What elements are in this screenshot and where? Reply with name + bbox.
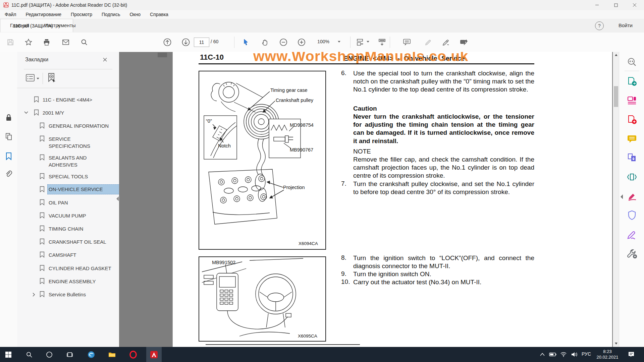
left-nav-strip xyxy=(0,52,17,347)
highlight-icon[interactable] xyxy=(423,37,433,47)
stamp-icon[interactable] xyxy=(459,37,469,47)
hand-tool-icon[interactable] xyxy=(260,37,270,47)
menu-file[interactable]: Файл xyxy=(0,10,21,19)
zoom-level[interactable]: 100% xyxy=(314,39,333,44)
label-notch: Notch xyxy=(218,143,231,148)
cortana-icon[interactable] xyxy=(42,347,57,362)
protect-icon[interactable] xyxy=(627,210,637,221)
panel-expand-icon[interactable] xyxy=(620,194,623,199)
taskbar: РУС 8:23 20.02.2021 xyxy=(0,347,644,362)
expand-chevron-icon[interactable] xyxy=(32,293,35,297)
select-tool-icon[interactable] xyxy=(241,37,251,47)
vertical-scrollbar[interactable] xyxy=(613,52,619,347)
comment-tool-icon[interactable] xyxy=(627,133,637,144)
minimize-button[interactable] xyxy=(588,0,606,10)
scroll-up-icon[interactable] xyxy=(614,54,618,56)
fill-sign-icon[interactable] xyxy=(441,37,451,47)
fill-sign-tool-icon[interactable] xyxy=(627,229,637,240)
battery-icon[interactable] xyxy=(547,347,558,362)
item-number: 6. xyxy=(341,69,346,77)
taskbar-search-icon[interactable] xyxy=(21,347,37,362)
menu-window[interactable]: Окно xyxy=(125,10,145,19)
attachments-icon[interactable] xyxy=(4,170,13,179)
document-canvas: 11C-10 ENGINE <4M4> - On-vehicle Service… xyxy=(119,52,613,347)
tray-expand-icon[interactable] xyxy=(537,347,548,362)
create-pdf-icon[interactable] xyxy=(627,114,637,125)
acrobat-app-icon xyxy=(3,2,9,8)
sign-in-button[interactable]: Войти xyxy=(614,19,637,32)
volume-icon[interactable] xyxy=(569,347,580,362)
edge-icon[interactable] xyxy=(84,347,99,362)
watermark: www.WorkshopManuals.co.uk xyxy=(253,52,468,64)
save-icon[interactable] xyxy=(5,37,15,47)
lock-icon[interactable] xyxy=(4,113,13,122)
sidebar-collapse-icon[interactable] xyxy=(116,196,119,201)
menu-edit[interactable]: Редактирование xyxy=(21,10,66,19)
figure-mut2: MB991502 X6095CA xyxy=(199,256,326,342)
email-icon[interactable] xyxy=(61,37,71,47)
close-button[interactable] xyxy=(625,0,644,10)
tab-home[interactable]: Главная xyxy=(5,19,35,32)
edit-pdf-icon[interactable] xyxy=(627,95,637,106)
menu-bar: Файл Редактирование Просмотр Подпись Окн… xyxy=(0,10,644,19)
menu-view[interactable]: Просмотр xyxy=(66,10,97,19)
pdf-page: 11C-10 ENGINE <4M4> - On-vehicle Service… xyxy=(172,52,612,347)
clock[interactable]: 8:23 20.02.2021 xyxy=(594,349,621,360)
scroll-down-icon[interactable] xyxy=(614,342,618,345)
redact-icon[interactable] xyxy=(627,191,637,201)
more-tools-icon[interactable] xyxy=(627,248,637,259)
file-explorer-icon[interactable] xyxy=(104,347,120,362)
marquee-zoom-icon[interactable] xyxy=(627,57,637,67)
menu-help[interactable]: Справка xyxy=(145,10,173,19)
previous-page-icon[interactable] xyxy=(162,37,172,47)
help-icon[interactable]: ? xyxy=(595,21,604,30)
page-number-input[interactable] xyxy=(194,38,209,47)
acrobat-taskbar-button[interactable] xyxy=(146,347,162,362)
tab-tools[interactable]: Инструменты xyxy=(39,19,81,32)
find-current-bookmark-icon[interactable] xyxy=(47,73,57,83)
panel-close-icon[interactable] xyxy=(103,57,107,62)
next-page-icon[interactable] xyxy=(181,37,191,47)
start-button[interactable] xyxy=(1,347,16,362)
combine-files-icon[interactable] xyxy=(627,153,637,163)
wifi-icon[interactable] xyxy=(558,347,569,362)
label-mb991502: MB991502 xyxy=(212,260,235,265)
tab-bar: Главная Инструменты 11C.pdf (ЗАЩИТА) ? В… xyxy=(0,19,644,33)
title-bar: 11C.pdf (ЗАЩИТА) - Adobe Acrobat Reader … xyxy=(0,0,644,10)
figure-code: X6095CA xyxy=(298,334,317,339)
item-number: 7. xyxy=(341,180,346,187)
reading-mode-icon[interactable] xyxy=(377,37,387,47)
zoom-out-icon[interactable] xyxy=(278,37,288,47)
task-view-icon[interactable] xyxy=(62,347,77,362)
star-icon[interactable] xyxy=(23,37,34,47)
page-thumbnails-icon[interactable] xyxy=(4,132,13,141)
step-8-text: Turn the ignition switch to “LOCK”(OFF),… xyxy=(353,254,534,270)
bookmarks-panel-icon[interactable] xyxy=(4,152,13,161)
pdf-page-number-heading: 11C-10 xyxy=(200,53,224,62)
compress-pdf-icon[interactable] xyxy=(627,172,637,182)
collapse-chevron-icon[interactable] xyxy=(24,111,28,114)
scrollbar-thumb[interactable] xyxy=(614,86,618,107)
toolbar: / 60 100% xyxy=(0,33,644,52)
label-timing-gear-case: Timing gear case xyxy=(270,87,308,93)
note-title: NOTE xyxy=(353,147,534,156)
zoom-in-icon[interactable] xyxy=(297,37,307,47)
maximize-button[interactable] xyxy=(606,0,625,10)
label-zero: “0” xyxy=(206,118,212,124)
figure-code: X6094CA xyxy=(299,241,318,246)
language-indicator[interactable]: РУС xyxy=(582,351,591,357)
zoom-dropdown-icon[interactable] xyxy=(337,41,341,43)
print-icon[interactable] xyxy=(42,37,52,47)
opera-icon[interactable] xyxy=(125,347,141,362)
action-center-icon[interactable] xyxy=(625,347,638,362)
label-crankshaft-pulley: Crankshaft pulley xyxy=(276,98,313,103)
search-icon[interactable] xyxy=(79,37,89,47)
fit-dropdown-icon[interactable] xyxy=(366,41,370,43)
comment-icon[interactable] xyxy=(402,37,412,47)
bookmark-options-icon[interactable] xyxy=(26,74,35,82)
fit-width-icon[interactable] xyxy=(355,37,365,47)
options-dropdown-icon[interactable] xyxy=(36,77,40,80)
bookmarks-title: Закладки xyxy=(25,57,48,63)
menu-sign[interactable]: Подпись xyxy=(97,10,125,19)
export-pdf-icon[interactable] xyxy=(627,76,637,87)
